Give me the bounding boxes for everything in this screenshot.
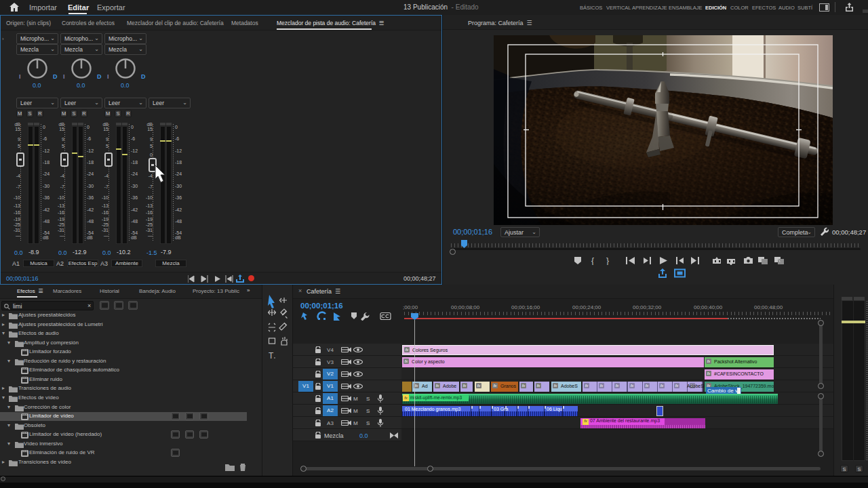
svg-text:}: } bbox=[606, 256, 609, 265]
svg-text:{: { bbox=[591, 256, 594, 265]
svg-text:T: T bbox=[269, 351, 274, 361]
